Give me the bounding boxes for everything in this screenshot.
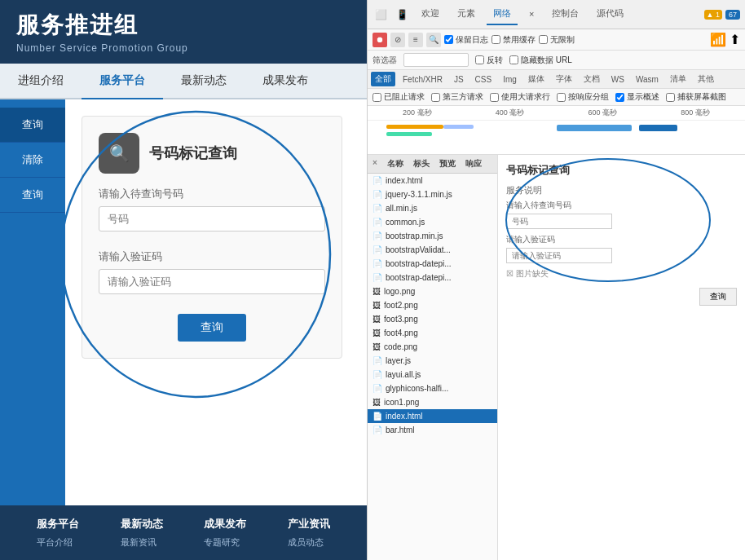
file-icon-6: 📄 [372, 259, 382, 268]
sidebar-clear-btn[interactable]: 清除 [0, 143, 65, 178]
devtools-tab-elements[interactable]: 元素 [451, 3, 482, 25]
file-item-12[interactable]: 🖼code.png [368, 340, 497, 354]
devtools-icon-elements[interactable]: ⬜ [372, 7, 389, 23]
detail-captcha-input[interactable] [506, 248, 612, 263]
site-title-cn: 服务推进组 [16, 10, 350, 41]
file-item-13[interactable]: 📄layer.js [368, 354, 497, 368]
footer-col-results: 成果发布 专题研究 [204, 517, 246, 549]
file-item-2[interactable]: 📄all.min.js [368, 201, 497, 215]
file-icon-18: 📄 [372, 426, 382, 434]
upload-icon[interactable]: ⬆ [730, 32, 740, 47]
nav-item-platform[interactable]: 服务平台 [82, 64, 163, 98]
net-tab-ws[interactable]: WS [607, 73, 628, 86]
file-item-11[interactable]: 🖼foot4.png [368, 326, 497, 340]
warning-badge: ▲ 1 [704, 10, 722, 20]
detail-form-subtitle: 服务说明 [506, 184, 737, 196]
timeline-bar-4 [557, 125, 633, 131]
file-icon-4: 📄 [372, 231, 382, 240]
file-item-14[interactable]: 📄layui.all.js [368, 368, 497, 381]
footer-col-industry: 产业资讯 成员动态 [288, 517, 330, 549]
file-item-6[interactable]: 📄bootstrap-datepi... [368, 257, 497, 271]
net-tab-img[interactable]: Img [499, 73, 521, 86]
devtools-toolbar2: ⏺ ⊘ ≡ 🔍 保留日志 禁用缓存 无限制 📶 ⬆ [368, 29, 745, 51]
file-item-16[interactable]: 🖼icon1.png [368, 395, 497, 409]
query-submit-btn[interactable]: 查询 [178, 314, 246, 342]
file-item-17[interactable]: 📄index.html [368, 409, 497, 423]
site-content: 号码标记查询 请输入待查询号码 请输入验证码 查询 [65, 99, 367, 505]
file-list-header: × 名称 标头 预览 响应 [368, 155, 497, 174]
net-tab-other[interactable]: 其他 [694, 72, 718, 86]
timeline-bar-3 [443, 125, 474, 129]
file-item-10[interactable]: 🖼foot3.png [368, 312, 497, 326]
filter-label: 筛选器 [372, 55, 397, 66]
file-icon-14: 📄 [372, 370, 382, 379]
record-btn[interactable]: ⏺ [372, 33, 387, 47]
net-tab-media[interactable]: 媒体 [524, 72, 549, 86]
file-icon-10: 🖼 [372, 315, 381, 324]
hide-data-url-check[interactable]: 隐藏数据 URL [509, 55, 572, 66]
devtools-tab-sources[interactable]: 源代码 [590, 3, 630, 25]
wifi-icon[interactable]: 📶 [710, 32, 726, 47]
net-tab-font[interactable]: 字体 [552, 72, 576, 86]
file-item-8[interactable]: 🖼logo.png [368, 284, 497, 298]
devtools-tab-console[interactable]: 控制台 [545, 3, 585, 25]
nav-item-intro[interactable]: 进组介绍 [0, 64, 82, 98]
net-tab-css[interactable]: CSS [471, 73, 496, 86]
timeline-label-800: 800 毫秒 [681, 108, 710, 118]
file-item-0[interactable]: 📄index.html [368, 174, 497, 187]
phone-label: 请输入待查询号码 [99, 187, 325, 201]
count-badge: 67 [725, 10, 740, 20]
disable-cache-check[interactable]: 禁用缓存 [492, 34, 536, 46]
net-tab-manifest[interactable]: 清单 [666, 72, 690, 86]
captcha-input[interactable] [99, 269, 325, 294]
net-tab-doc[interactable]: 文档 [580, 72, 604, 86]
file-icon-5: 📄 [372, 245, 382, 254]
file-item-7[interactable]: 📄bootstrap-datepi... [368, 271, 497, 284]
stop-btn[interactable]: ⊘ [390, 33, 405, 47]
file-icon-11: 🖼 [372, 329, 381, 337]
net-tab-js[interactable]: JS [450, 73, 468, 86]
third-party-check[interactable]: 第三方请求 [431, 91, 483, 103]
invert-check[interactable]: 反转 [475, 55, 503, 66]
timeline-bar-5 [639, 125, 677, 131]
file-item-4[interactable]: 📄bootstrap.min.js [368, 229, 497, 243]
group-check[interactable]: 按响应分组 [557, 91, 609, 103]
devtools-tab-close[interactable]: × [522, 5, 540, 24]
filter-input[interactable] [403, 53, 469, 67]
nav-item-results[interactable]: 成果发布 [245, 64, 326, 98]
timeline-bars [368, 121, 745, 153]
footer-col-platform-item: 平台介绍 [37, 536, 79, 549]
net-tab-all[interactable]: 全部 [371, 72, 395, 86]
file-item-1[interactable]: 📄jquery-3.1.1.min.js [368, 187, 497, 201]
clear-btn[interactable]: ≡ [408, 33, 423, 47]
file-item-3[interactable]: 📄common.js [368, 215, 497, 229]
nav-item-news[interactable]: 最新动态 [163, 64, 245, 98]
net-tab-wasm[interactable]: Wasm [632, 73, 663, 86]
large-rows-check[interactable]: 使用大请求行 [490, 91, 550, 103]
file-item-18[interactable]: 📄bar.html [368, 423, 497, 437]
sidebar-query-btn[interactable]: 查询 [0, 108, 65, 143]
devtools-icon-mobile[interactable]: 📱 [394, 7, 410, 23]
screenshot-check[interactable]: 捕获屏幕截图 [666, 91, 726, 103]
net-tab-fetch[interactable]: Fetch/XHR [399, 73, 447, 86]
file-item-5[interactable]: 📄bootstrapValidat... [368, 243, 497, 257]
file-item-9[interactable]: 🖼foot2.png [368, 298, 497, 312]
timeline-label-400: 400 毫秒 [496, 108, 525, 118]
devtools-tab-network[interactable]: 网络 [487, 3, 518, 25]
sidebar-query2-btn[interactable]: 查询 [0, 178, 65, 213]
search-btn[interactable]: 🔍 [426, 33, 441, 47]
footer-col-industry-item: 成员动态 [288, 536, 330, 549]
file-list-close[interactable]: × [368, 155, 382, 173]
file-item-15[interactable]: 📄glyphicons-halfi... [368, 381, 497, 395]
throttle-check[interactable]: 无限制 [539, 34, 575, 46]
devtools-tab-welcome[interactable]: 欢迎 [415, 3, 446, 25]
detail-phone-input[interactable] [506, 214, 612, 229]
overview-check[interactable]: 显示概述 [615, 91, 659, 103]
detail-query-btn[interactable]: 查询 [699, 288, 737, 306]
timeline-label-200: 200 毫秒 [403, 108, 432, 118]
preserve-log-check[interactable]: 保留日志 [444, 34, 488, 46]
blocked-check[interactable]: 已阻止请求 [372, 91, 425, 103]
file-icon-0: 📄 [372, 176, 382, 185]
captcha-form-group: 请输入验证码 [99, 249, 325, 306]
phone-input[interactable] [99, 206, 325, 231]
